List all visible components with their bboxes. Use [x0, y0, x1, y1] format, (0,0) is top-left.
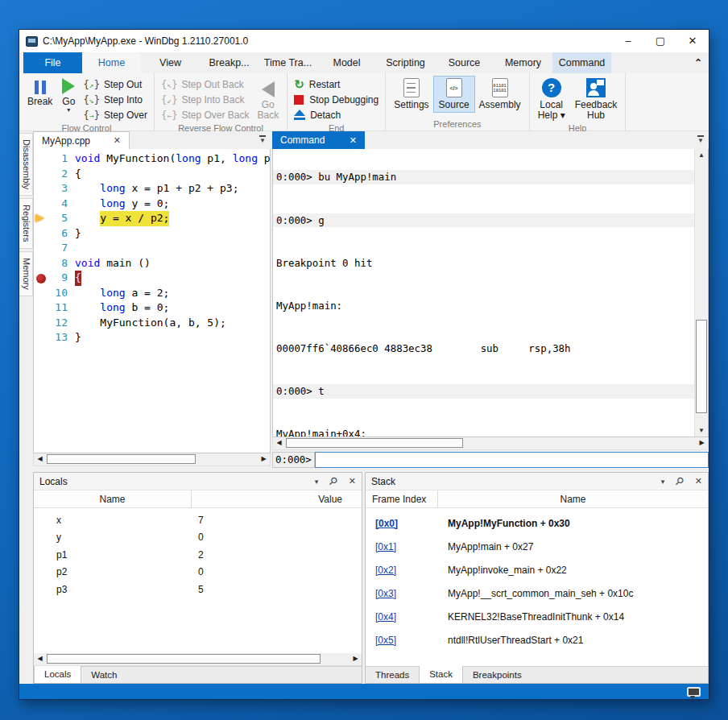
go-button[interactable]: Go ▾ [57, 77, 80, 114]
source-pane-menu-icon[interactable]: ▼ [259, 135, 266, 145]
tab-file[interactable]: File [23, 52, 82, 73]
scrollbar-thumb[interactable] [286, 438, 463, 448]
frame-link[interactable]: [0x4] [375, 611, 396, 623]
feedback-hub-button[interactable]: Feedback Hub [570, 77, 623, 122]
minimize-button[interactable]: – [612, 30, 644, 52]
sidebar-tab-memory[interactable]: Memory [19, 251, 33, 296]
scrollbar-thumb[interactable] [47, 654, 321, 664]
scroll-right-icon[interactable]: ▶ [258, 453, 270, 465]
close-command-tab-icon[interactable]: ✕ [350, 135, 357, 146]
command-horizontal-scrollbar[interactable]: ◀ ▶ [272, 437, 709, 450]
locals-row[interactable]: p12 [34, 546, 362, 564]
stack-frame-row[interactable]: [0x1]MyApp!main + 0x27 [366, 535, 708, 558]
stack-dropdown-icon[interactable]: ▾ [661, 478, 665, 486]
source-horizontal-scrollbar[interactable]: ◀ ▶ [33, 453, 271, 466]
stack-pin-icon[interactable]: ⚲ [672, 474, 686, 488]
frame-link[interactable]: [0x5] [375, 635, 396, 646]
step-over-back-button[interactable]: {←} Step Over Back [158, 107, 253, 122]
column-frame-index[interactable]: Frame Index [366, 490, 438, 507]
frame-link[interactable]: [0x2] [375, 565, 396, 576]
step-over-button[interactable]: {→} Step Over [80, 107, 151, 122]
stack-frame-row[interactable]: [0x4]KERNEL32!BaseThreadInitThunk + 0x14 [366, 605, 708, 628]
go-back-button[interactable]: Go Back [252, 77, 283, 122]
scroll-left-icon[interactable]: ◀ [273, 437, 285, 449]
stack-frame-row[interactable]: [0x3]MyApp!__scrt_common_main_seh + 0x10… [366, 581, 708, 605]
locals-horizontal-scrollbar[interactable]: ◀ ▶ [34, 653, 362, 666]
assembly-mode-button[interactable]: 0110110101 Assembly [474, 77, 526, 112]
code-line: 11 long b = 0; [34, 300, 270, 316]
locals-dropdown-icon[interactable]: ▾ [315, 478, 319, 486]
close-button[interactable]: ✕ [676, 30, 709, 52]
locals-pin-icon[interactable]: ⚲ [326, 474, 340, 488]
frame-link[interactable]: [0x3] [375, 588, 396, 599]
settings-button[interactable]: Settings [389, 77, 433, 112]
local-help-button[interactable]: ? Local Help ▾ [533, 77, 570, 122]
tab-locals[interactable]: Locals [34, 666, 81, 683]
locals-row[interactable]: y0 [34, 529, 362, 547]
command-vertical-scrollbar[interactable]: ▲ ▼ [694, 149, 708, 437]
tab-time-travel[interactable]: Time Tra... [259, 52, 317, 73]
scroll-left-icon[interactable]: ◀ [34, 453, 46, 465]
step-out-back-button[interactable]: {↖} Step Out Back [158, 77, 253, 92]
frame-link[interactable]: [0x0] [375, 518, 398, 529]
scroll-left-icon[interactable]: ◀ [34, 653, 46, 664]
tab-home[interactable]: Home [82, 52, 141, 73]
detach-button[interactable]: Detach [291, 107, 382, 122]
stack-frame-row[interactable]: [0x0]MyApp!MyFunction + 0x30 [366, 511, 708, 535]
code-editor[interactable]: 1void MyFunction(long p1, long p 2{ 3 lo… [33, 149, 271, 453]
tab-source[interactable]: Source [435, 52, 494, 73]
maximize-button[interactable]: ▢ [644, 30, 676, 52]
step-out-button[interactable]: {↗} Step Out [80, 77, 151, 92]
locals-row[interactable]: x7 [34, 511, 362, 529]
scroll-right-icon[interactable]: ▶ [350, 653, 362, 664]
breakpoint-icon[interactable] [36, 274, 46, 283]
ribbon-collapse-icon[interactable]: ⌃ [688, 52, 709, 73]
command-output-line: 00007ff6`40866ec0 4883ec38 sub rsp,38h [273, 341, 694, 356]
command-tab-bar: Command ✕ ▼ [272, 131, 709, 149]
tab-command[interactable]: Command [552, 52, 611, 73]
sidebar-tab-registers[interactable]: Registers [19, 198, 33, 248]
step-into-button[interactable]: {↘} Step Into [80, 92, 151, 107]
source-file-tab[interactable]: MyApp.cpp ✕ [33, 131, 130, 149]
close-source-tab-icon[interactable]: ✕ [114, 135, 121, 146]
tab-stack[interactable]: Stack [419, 666, 463, 683]
command-pane-menu-icon[interactable]: ▼ [697, 135, 704, 145]
status-bar [19, 684, 709, 699]
tab-breakpoints-bottom[interactable]: Breakpoints [463, 667, 532, 683]
scrollbar-thumb[interactable] [696, 320, 707, 413]
stop-debugging-button[interactable]: Stop Debugging [291, 92, 382, 107]
scroll-up-icon[interactable]: ▲ [695, 149, 708, 161]
command-input[interactable] [315, 452, 709, 468]
scrollbar-thumb[interactable] [47, 454, 196, 464]
tab-breakpoints[interactable]: Breakp... [200, 52, 259, 73]
locals-row[interactable]: p35 [34, 581, 362, 598]
feedback-chat-icon[interactable] [687, 687, 701, 697]
tab-memory[interactable]: Memory [494, 52, 552, 73]
horizontal-splitter[interactable] [19, 466, 709, 472]
stack-frame-row[interactable]: [0x2]MyApp!invoke_main + 0x22 [366, 558, 708, 581]
stack-close-icon[interactable]: ✕ [695, 476, 702, 486]
frame-link[interactable]: [0x1] [375, 541, 396, 552]
window-title: C:\MyApp\MyApp.exe - WinDbg 1.2110.27001… [43, 35, 248, 47]
command-tab[interactable]: Command ✕ [272, 131, 365, 149]
column-name[interactable]: Name [34, 490, 192, 507]
locals-row[interactable]: p20 [34, 564, 362, 581]
break-button[interactable]: Break [23, 77, 57, 109]
group-flow-control: Break Go ▾ {↗} Step Out {↘} [19, 73, 155, 130]
tab-model[interactable]: Model [317, 52, 376, 73]
tab-watch[interactable]: Watch [81, 667, 126, 683]
column-value[interactable]: Value [192, 494, 362, 505]
sidebar-tab-disassembly[interactable]: Disassembly [19, 133, 33, 196]
command-output[interactable]: 0:000> bu MyApp!main 0:000> g Breakpoint… [273, 149, 694, 437]
column-frame-name[interactable]: Name [438, 494, 708, 505]
scroll-right-icon[interactable]: ▶ [696, 437, 708, 449]
source-mode-button[interactable]: </> Source [434, 77, 474, 112]
step-into-back-button[interactable]: {↙} Step Into Back [158, 92, 253, 107]
locals-close-icon[interactable]: ✕ [349, 476, 356, 486]
tab-threads[interactable]: Threads [366, 667, 419, 683]
tab-scripting[interactable]: Scripting [376, 52, 435, 73]
scroll-down-icon[interactable]: ▼ [695, 424, 708, 437]
restart-button[interactable]: ↻ Restart [291, 77, 382, 92]
stack-frame-row[interactable]: [0x5]ntdll!RtlUserThreadStart + 0x21 [366, 628, 708, 652]
tab-view[interactable]: View [141, 52, 200, 73]
